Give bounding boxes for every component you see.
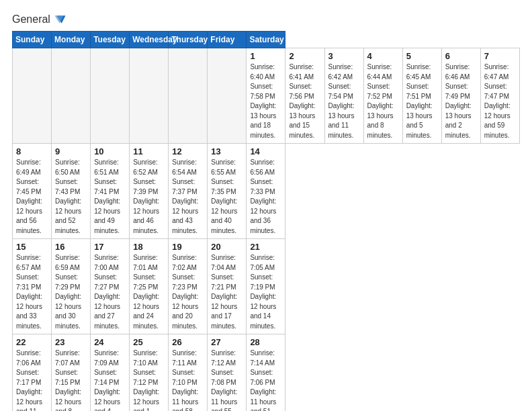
calendar-day-cell: 25Sunrise: 7:10 AM Sunset: 7:12 PM Dayli… bbox=[130, 334, 169, 412]
day-info: Sunrise: 6:49 AM Sunset: 7:45 PM Dayligh… bbox=[16, 158, 48, 236]
calendar-day-cell: 27Sunrise: 7:12 AM Sunset: 7:08 PM Dayli… bbox=[208, 334, 247, 412]
calendar-day-cell: 21Sunrise: 7:05 AM Sunset: 7:19 PM Dayli… bbox=[247, 239, 285, 334]
calendar-header-tuesday: Tuesday bbox=[91, 32, 130, 48]
calendar-day-cell: 19Sunrise: 7:02 AM Sunset: 7:23 PM Dayli… bbox=[169, 239, 208, 334]
calendar-day-cell: 5Sunrise: 6:45 AM Sunset: 7:51 PM Daylig… bbox=[402, 48, 441, 144]
day-info: Sunrise: 6:44 AM Sunset: 7:52 PM Dayligh… bbox=[367, 62, 400, 140]
day-info: Sunrise: 6:55 AM Sunset: 7:35 PM Dayligh… bbox=[211, 158, 243, 236]
calendar-day-cell: 10Sunrise: 6:51 AM Sunset: 7:41 PM Dayli… bbox=[91, 144, 130, 239]
day-info: Sunrise: 6:40 AM Sunset: 7:58 PM Dayligh… bbox=[250, 62, 282, 140]
calendar-day-cell: 20Sunrise: 7:04 AM Sunset: 7:21 PM Dayli… bbox=[208, 239, 247, 334]
day-number: 27 bbox=[211, 337, 243, 347]
calendar-day-cell: 6Sunrise: 6:46 AM Sunset: 7:49 PM Daylig… bbox=[441, 48, 480, 144]
day-info: Sunrise: 6:45 AM Sunset: 7:51 PM Dayligh… bbox=[406, 62, 439, 140]
calendar-week-row: 8Sunrise: 6:49 AM Sunset: 7:45 PM Daylig… bbox=[13, 144, 520, 239]
day-number: 3 bbox=[328, 51, 361, 61]
day-number: 22 bbox=[16, 337, 48, 347]
day-info: Sunrise: 6:57 AM Sunset: 7:31 PM Dayligh… bbox=[16, 253, 48, 331]
day-number: 8 bbox=[16, 146, 48, 156]
calendar-day-cell: 23Sunrise: 7:07 AM Sunset: 7:15 PM Dayli… bbox=[52, 334, 91, 412]
calendar-day-cell: 26Sunrise: 7:11 AM Sunset: 7:10 PM Dayli… bbox=[169, 334, 208, 412]
day-number: 14 bbox=[250, 146, 282, 156]
calendar-day-cell bbox=[169, 48, 208, 144]
calendar-header-row: SundayMondayTuesdayWednesdayThursdayFrid… bbox=[13, 32, 520, 48]
calendar: SundayMondayTuesdayWednesdayThursdayFrid… bbox=[12, 31, 520, 411]
day-info: Sunrise: 6:54 AM Sunset: 7:37 PM Dayligh… bbox=[172, 158, 204, 236]
day-number: 20 bbox=[211, 242, 243, 252]
day-info: Sunrise: 6:50 AM Sunset: 7:43 PM Dayligh… bbox=[55, 158, 87, 236]
calendar-day-cell bbox=[13, 48, 52, 144]
day-number: 26 bbox=[172, 337, 204, 347]
calendar-week-row: 22Sunrise: 7:06 AM Sunset: 7:17 PM Dayli… bbox=[13, 334, 520, 412]
day-info: Sunrise: 6:41 AM Sunset: 7:56 PM Dayligh… bbox=[289, 62, 321, 140]
day-info: Sunrise: 6:51 AM Sunset: 7:41 PM Dayligh… bbox=[94, 158, 126, 236]
calendar-day-cell: 2Sunrise: 6:41 AM Sunset: 7:56 PM Daylig… bbox=[285, 48, 324, 144]
calendar-header-sunday: Sunday bbox=[13, 32, 52, 48]
day-number: 11 bbox=[133, 146, 165, 156]
calendar-day-cell: 9Sunrise: 6:50 AM Sunset: 7:43 PM Daylig… bbox=[52, 144, 91, 239]
day-info: Sunrise: 6:47 AM Sunset: 7:47 PM Dayligh… bbox=[484, 62, 517, 140]
calendar-week-row: 15Sunrise: 6:57 AM Sunset: 7:31 PM Dayli… bbox=[13, 239, 520, 334]
day-number: 2 bbox=[289, 51, 321, 61]
calendar-header-thursday: Thursday bbox=[169, 32, 208, 48]
calendar-day-cell bbox=[208, 48, 247, 144]
calendar-day-cell: 18Sunrise: 7:01 AM Sunset: 7:25 PM Dayli… bbox=[130, 239, 169, 334]
day-info: Sunrise: 6:59 AM Sunset: 7:29 PM Dayligh… bbox=[55, 253, 87, 331]
day-number: 15 bbox=[16, 242, 48, 252]
calendar-week-row: 1Sunrise: 6:40 AM Sunset: 7:58 PM Daylig… bbox=[13, 48, 520, 144]
day-info: Sunrise: 7:11 AM Sunset: 7:10 PM Dayligh… bbox=[172, 349, 204, 411]
day-info: Sunrise: 6:56 AM Sunset: 7:33 PM Dayligh… bbox=[250, 158, 282, 236]
day-info: Sunrise: 6:52 AM Sunset: 7:39 PM Dayligh… bbox=[133, 158, 165, 236]
day-number: 4 bbox=[367, 51, 400, 61]
day-number: 19 bbox=[172, 242, 204, 252]
day-number: 7 bbox=[484, 51, 517, 61]
calendar-day-cell: 12Sunrise: 6:54 AM Sunset: 7:37 PM Dayli… bbox=[169, 144, 208, 239]
calendar-day-cell: 28Sunrise: 7:14 AM Sunset: 7:06 PM Dayli… bbox=[247, 334, 285, 412]
day-number: 25 bbox=[133, 337, 165, 347]
calendar-day-cell bbox=[52, 48, 91, 144]
calendar-day-cell: 13Sunrise: 6:55 AM Sunset: 7:35 PM Dayli… bbox=[208, 144, 247, 239]
logo-icon bbox=[52, 12, 66, 27]
day-info: Sunrise: 7:05 AM Sunset: 7:19 PM Dayligh… bbox=[250, 253, 282, 331]
calendar-day-cell: 22Sunrise: 7:06 AM Sunset: 7:17 PM Dayli… bbox=[13, 334, 52, 412]
calendar-day-cell: 3Sunrise: 6:42 AM Sunset: 7:54 PM Daylig… bbox=[324, 48, 363, 144]
day-number: 18 bbox=[133, 242, 165, 252]
day-info: Sunrise: 7:07 AM Sunset: 7:15 PM Dayligh… bbox=[55, 349, 87, 411]
day-info: Sunrise: 7:09 AM Sunset: 7:14 PM Dayligh… bbox=[94, 349, 126, 411]
day-info: Sunrise: 6:42 AM Sunset: 7:54 PM Dayligh… bbox=[328, 62, 361, 140]
calendar-day-cell bbox=[91, 48, 130, 144]
day-number: 1 bbox=[250, 51, 282, 61]
calendar-day-cell: 1Sunrise: 6:40 AM Sunset: 7:58 PM Daylig… bbox=[247, 48, 285, 144]
day-number: 9 bbox=[55, 146, 87, 156]
calendar-day-cell: 17Sunrise: 7:00 AM Sunset: 7:27 PM Dayli… bbox=[91, 239, 130, 334]
day-number: 28 bbox=[250, 337, 282, 347]
calendar-day-cell bbox=[130, 48, 169, 144]
calendar-day-cell: 7Sunrise: 6:47 AM Sunset: 7:47 PM Daylig… bbox=[480, 48, 519, 144]
day-info: Sunrise: 7:12 AM Sunset: 7:08 PM Dayligh… bbox=[211, 349, 243, 411]
logo: General bbox=[12, 12, 66, 24]
day-info: Sunrise: 7:00 AM Sunset: 7:27 PM Dayligh… bbox=[94, 253, 126, 331]
day-info: Sunrise: 6:46 AM Sunset: 7:49 PM Dayligh… bbox=[445, 62, 478, 140]
day-number: 24 bbox=[94, 337, 126, 347]
day-info: Sunrise: 7:04 AM Sunset: 7:21 PM Dayligh… bbox=[211, 253, 243, 331]
calendar-header-saturday: Saturday bbox=[247, 32, 285, 48]
day-number: 12 bbox=[172, 146, 204, 156]
calendar-day-cell: 14Sunrise: 6:56 AM Sunset: 7:33 PM Dayli… bbox=[247, 144, 285, 239]
day-number: 17 bbox=[94, 242, 126, 252]
day-number: 21 bbox=[250, 242, 282, 252]
day-number: 10 bbox=[94, 146, 126, 156]
calendar-header-friday: Friday bbox=[208, 32, 247, 48]
calendar-day-cell: 11Sunrise: 6:52 AM Sunset: 7:39 PM Dayli… bbox=[130, 144, 169, 239]
logo-general-text: General bbox=[12, 13, 50, 26]
day-number: 23 bbox=[55, 337, 87, 347]
day-number: 5 bbox=[406, 51, 439, 61]
calendar-day-cell: 24Sunrise: 7:09 AM Sunset: 7:14 PM Dayli… bbox=[91, 334, 130, 412]
day-number: 16 bbox=[55, 242, 87, 252]
day-number: 13 bbox=[211, 146, 243, 156]
calendar-header-wednesday: Wednesday bbox=[130, 32, 169, 48]
day-info: Sunrise: 7:10 AM Sunset: 7:12 PM Dayligh… bbox=[133, 349, 165, 411]
calendar-day-cell: 8Sunrise: 6:49 AM Sunset: 7:45 PM Daylig… bbox=[13, 144, 52, 239]
calendar-day-cell: 15Sunrise: 6:57 AM Sunset: 7:31 PM Dayli… bbox=[13, 239, 52, 334]
calendar-day-cell: 4Sunrise: 6:44 AM Sunset: 7:52 PM Daylig… bbox=[363, 48, 402, 144]
day-info: Sunrise: 7:06 AM Sunset: 7:17 PM Dayligh… bbox=[16, 349, 48, 411]
